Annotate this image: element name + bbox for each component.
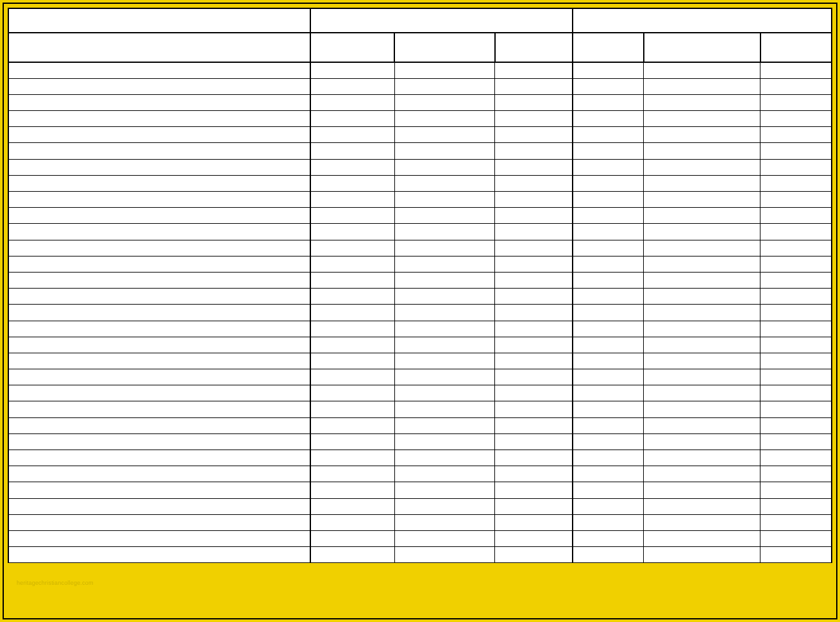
cell-d[interactable] <box>495 530 573 546</box>
cell-b[interactable] <box>310 224 394 240</box>
cell-a[interactable] <box>8 159 310 175</box>
cell-c[interactable] <box>394 433 495 450</box>
cell-b[interactable] <box>310 353 394 369</box>
cell-f[interactable] <box>644 450 760 466</box>
cell-c[interactable] <box>394 530 495 546</box>
cell-e[interactable] <box>573 192 644 208</box>
cell-g[interactable] <box>760 530 832 546</box>
cell-d[interactable] <box>495 385 573 401</box>
cell-e[interactable] <box>573 337 644 353</box>
cell-g[interactable] <box>760 240 832 256</box>
cell-d[interactable] <box>495 321 573 337</box>
cell-a[interactable] <box>8 175 310 191</box>
cell-d[interactable] <box>495 401 573 417</box>
cell-g[interactable] <box>760 224 832 240</box>
cell-b[interactable] <box>310 530 394 546</box>
cell-g[interactable] <box>760 498 832 514</box>
cell-a[interactable] <box>8 272 310 288</box>
cell-b[interactable] <box>310 305 394 321</box>
cell-e[interactable] <box>573 547 644 563</box>
cell-g[interactable] <box>760 289 832 305</box>
cell-a[interactable] <box>8 369 310 385</box>
cell-b[interactable] <box>310 289 394 305</box>
cell-d[interactable] <box>495 240 573 256</box>
cell-d[interactable] <box>495 450 573 466</box>
cell-d[interactable] <box>495 256 573 272</box>
cell-b[interactable] <box>310 111 394 127</box>
cell-a[interactable] <box>8 111 310 127</box>
cell-e[interactable] <box>573 240 644 256</box>
cell-f[interactable] <box>644 192 760 208</box>
cell-g[interactable] <box>760 127 832 143</box>
cell-e[interactable] <box>573 482 644 498</box>
cell-d[interactable] <box>495 337 573 353</box>
cell-a[interactable] <box>8 256 310 272</box>
cell-c[interactable] <box>394 111 495 127</box>
cell-d[interactable] <box>495 143 573 159</box>
cell-f[interactable] <box>644 289 760 305</box>
cell-a[interactable] <box>8 401 310 417</box>
cell-e[interactable] <box>573 78 644 94</box>
cell-e[interactable] <box>573 208 644 224</box>
cell-c[interactable] <box>394 321 495 337</box>
cell-f[interactable] <box>644 159 760 175</box>
cell-b[interactable] <box>310 272 394 288</box>
cell-g[interactable] <box>760 547 832 563</box>
cell-c[interactable] <box>394 272 495 288</box>
cell-f[interactable] <box>644 482 760 498</box>
cell-e[interactable] <box>573 94 644 110</box>
cell-g[interactable] <box>760 482 832 498</box>
cell-g[interactable] <box>760 62 832 78</box>
cell-c[interactable] <box>394 62 495 78</box>
cell-d[interactable] <box>495 547 573 563</box>
cell-a[interactable] <box>8 530 310 546</box>
cell-g[interactable] <box>760 401 832 417</box>
cell-e[interactable] <box>573 530 644 546</box>
cell-g[interactable] <box>760 353 832 369</box>
cell-b[interactable] <box>310 240 394 256</box>
cell-e[interactable] <box>573 159 644 175</box>
cell-f[interactable] <box>644 224 760 240</box>
cell-e[interactable] <box>573 127 644 143</box>
cell-d[interactable] <box>495 482 573 498</box>
cell-e[interactable] <box>573 321 644 337</box>
cell-a[interactable] <box>8 127 310 143</box>
cell-d[interactable] <box>495 111 573 127</box>
cell-b[interactable] <box>310 450 394 466</box>
cell-a[interactable] <box>8 94 310 110</box>
cell-d[interactable] <box>495 466 573 482</box>
cell-a[interactable] <box>8 466 310 482</box>
cell-f[interactable] <box>644 78 760 94</box>
cell-g[interactable] <box>760 385 832 401</box>
cell-d[interactable] <box>495 175 573 191</box>
cell-e[interactable] <box>573 175 644 191</box>
cell-g[interactable] <box>760 466 832 482</box>
cell-e[interactable] <box>573 272 644 288</box>
cell-a[interactable] <box>8 450 310 466</box>
cell-g[interactable] <box>760 78 832 94</box>
cell-f[interactable] <box>644 433 760 450</box>
cell-f[interactable] <box>644 175 760 191</box>
cell-e[interactable] <box>573 417 644 433</box>
cell-d[interactable] <box>495 305 573 321</box>
cell-e[interactable] <box>573 401 644 417</box>
cell-b[interactable] <box>310 433 394 450</box>
cell-a[interactable] <box>8 321 310 337</box>
cell-a[interactable] <box>8 143 310 159</box>
cell-f[interactable] <box>644 401 760 417</box>
cell-d[interactable] <box>495 127 573 143</box>
cell-f[interactable] <box>644 272 760 288</box>
cell-c[interactable] <box>394 466 495 482</box>
cell-e[interactable] <box>573 256 644 272</box>
cell-e[interactable] <box>573 466 644 482</box>
cell-c[interactable] <box>394 385 495 401</box>
cell-a[interactable] <box>8 433 310 450</box>
cell-c[interactable] <box>394 94 495 110</box>
cell-g[interactable] <box>760 94 832 110</box>
cell-c[interactable] <box>394 401 495 417</box>
cell-b[interactable] <box>310 482 394 498</box>
cell-c[interactable] <box>394 337 495 353</box>
cell-f[interactable] <box>644 111 760 127</box>
cell-e[interactable] <box>573 143 644 159</box>
cell-b[interactable] <box>310 401 394 417</box>
